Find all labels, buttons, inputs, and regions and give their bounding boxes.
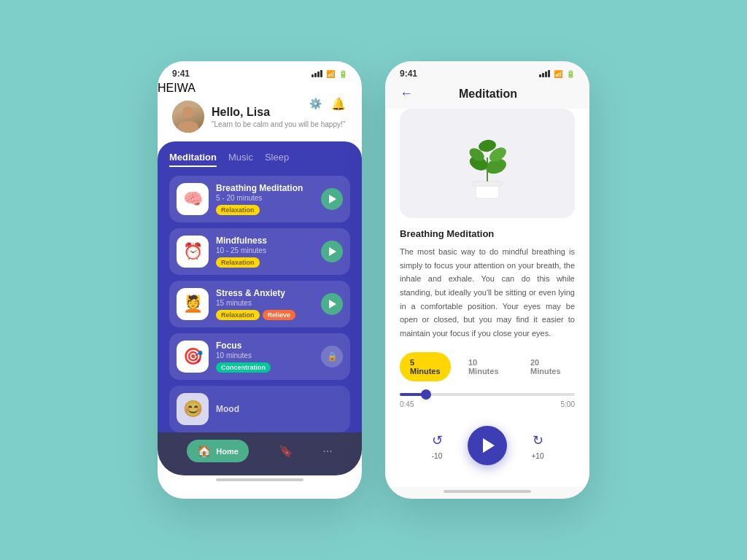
play-button-main[interactable] <box>468 426 507 465</box>
progress-current: 0:45 <box>400 400 414 408</box>
item-title-4: Focus <box>216 341 314 351</box>
gear-icon[interactable]: ⚙️ <box>306 95 324 112</box>
list-item[interactable]: 🧠 Breathing Meditation 5 - 20 minutes Re… <box>169 176 350 222</box>
tag-concentration-4: Concentration <box>216 362 271 373</box>
plant-svg <box>458 123 516 203</box>
main-card: Meditation Music Sleep 🧠 Breathing Medit… <box>158 141 362 432</box>
wifi-icon-2: 📶 <box>554 70 562 78</box>
wifi-icon: 📶 <box>326 70 335 78</box>
play-icon-1 <box>329 195 336 203</box>
bookmark-icon: 🔖 <box>279 444 293 458</box>
tab-sleep[interactable]: Sleep <box>265 152 289 167</box>
item-icon-4: 🎯 <box>177 341 209 373</box>
avatar-image <box>172 101 204 133</box>
item-icon-3: 💆 <box>177 288 209 320</box>
tag-relaxation-1: Relaxation <box>216 205 260 215</box>
plant-image <box>400 109 575 218</box>
item-info-4: Focus 10 minutes Concentration <box>216 341 314 373</box>
list-item[interactable]: ⏰ Mindfulness 10 - 25 minutes Relaxation <box>169 228 350 275</box>
tab-music[interactable]: Music <box>228 152 253 167</box>
home-indicator-2 <box>444 490 531 493</box>
header-icons: ⚙️ 🔔 <box>306 95 347 112</box>
play-button-2[interactable] <box>321 241 343 262</box>
item-icon-2: ⏰ <box>177 236 209 268</box>
signal-icon <box>311 70 322 77</box>
rewind-label: -10 <box>432 452 442 460</box>
duration-10min[interactable]: 10 Minutes <box>458 352 513 381</box>
progress-end: 5:00 <box>561 400 575 408</box>
detail-header: ← Meditation <box>385 82 589 109</box>
nav-more[interactable]: ··· <box>322 445 332 458</box>
tabs: Meditation Music Sleep <box>169 152 350 167</box>
forward-icon: ↻ <box>527 430 548 451</box>
item-title-5: Mood <box>216 404 343 414</box>
item-title-2: Mindfulness <box>216 236 314 246</box>
item-info-2: Mindfulness 10 - 25 minutes Relaxation <box>216 236 314 268</box>
player-controls: ↺ -10 ↻ +10 <box>400 419 575 477</box>
forward-label: +10 <box>532 452 544 460</box>
status-time-2: 9:41 <box>400 69 417 79</box>
duration-selector: 5 Minutes 10 Minutes 20 Minutes <box>400 352 575 381</box>
home-indicator-1 <box>216 478 303 481</box>
item-duration-3: 15 minutes <box>216 299 314 307</box>
item-title-3: Stress & Anxiety <box>216 288 314 298</box>
detail-title: Meditation <box>419 88 575 101</box>
status-bar-2: 9:41 📶 🔋 <box>385 61 589 82</box>
phone-2: 9:41 📶 🔋 ← Meditation <box>385 61 589 499</box>
tab-meditation[interactable]: Meditation <box>169 152 217 167</box>
play-button-3[interactable] <box>321 293 343 315</box>
lock-icon-4: 🔒 <box>327 351 338 362</box>
progress-thumb <box>421 389 431 400</box>
item-tags-1: Relaxation <box>216 205 314 215</box>
tag-relieve-3: Relieve <box>263 310 296 320</box>
item-duration-4: 10 minutes <box>216 351 314 359</box>
tag-relaxation-2: Relaxation <box>216 257 260 268</box>
home-icon: 🏠 <box>197 444 212 458</box>
list-item[interactable]: 🎯 Focus 10 minutes Concentration 🔒 <box>169 333 350 380</box>
item-tags-2: Relaxation <box>216 257 314 268</box>
status-icons-2: 📶 🔋 <box>539 70 575 78</box>
item-title-1: Breathing Meditation <box>216 183 314 193</box>
lock-button-4[interactable]: 🔒 <box>321 346 343 368</box>
bottom-nav: 🏠 Home 🔖 ··· <box>158 432 362 475</box>
bell-icon[interactable]: 🔔 <box>330 95 347 112</box>
progress-container: 0:45 5:00 <box>400 393 575 408</box>
play-icon-2 <box>329 247 336 256</box>
item-info-1: Breathing Meditation 5 - 20 minutes Rela… <box>216 183 314 215</box>
duration-5min[interactable]: 5 Minutes <box>400 352 451 381</box>
detail-item-title: Breathing Meditation <box>400 228 575 239</box>
play-icon-3 <box>329 300 336 308</box>
progress-track[interactable] <box>400 393 575 396</box>
battery-icon-2: 🔋 <box>566 70 575 78</box>
status-bar-1: 9:41 📶 🔋 <box>158 61 362 82</box>
list-item[interactable]: 😊 Mood <box>169 386 350 432</box>
nav-home-label: Home <box>216 447 239 456</box>
user-quote: "Learn to be calm and you will be happy!… <box>212 120 345 128</box>
tag-relaxation-3: Relaxation <box>216 310 260 320</box>
progress-fill <box>400 393 426 396</box>
duration-20min[interactable]: 20 Minutes <box>520 352 575 381</box>
forward-button[interactable]: ↻ +10 <box>527 430 548 460</box>
avatar <box>172 101 204 133</box>
app-title: HEIWA <box>158 82 196 94</box>
back-button[interactable]: ← <box>400 86 413 101</box>
list-item[interactable]: 💆 Stress & Anxiety 15 minutes Relaxation… <box>169 281 350 327</box>
rewind-button[interactable]: ↺ -10 <box>427 430 447 460</box>
item-info-3: Stress & Anxiety 15 minutes Relaxation R… <box>216 288 314 320</box>
rewind-icon: ↺ <box>427 430 447 451</box>
phone-1: 9:41 📶 🔋 HEIWA ⚙️ 🔔 <box>158 61 362 499</box>
item-icon-5: 😊 <box>177 393 209 425</box>
meditation-list: 🧠 Breathing Meditation 5 - 20 minutes Re… <box>169 176 350 432</box>
battery-icon: 🔋 <box>338 70 347 78</box>
more-icon: ··· <box>322 445 332 458</box>
item-duration-2: 10 - 25 minutes <box>216 246 314 254</box>
item-tags-4: Concentration <box>216 362 314 373</box>
progress-labels: 0:45 5:00 <box>400 400 575 408</box>
signal-icon-2 <box>539 70 550 77</box>
nav-home[interactable]: 🏠 Home <box>187 440 249 462</box>
nav-bookmark[interactable]: 🔖 <box>279 444 293 458</box>
item-icon-1: 🧠 <box>177 183 209 215</box>
item-tags-3: Relaxation Relieve <box>216 310 314 320</box>
app-header: HEIWA ⚙️ 🔔 <box>158 82 362 95</box>
play-button-1[interactable] <box>321 188 343 210</box>
